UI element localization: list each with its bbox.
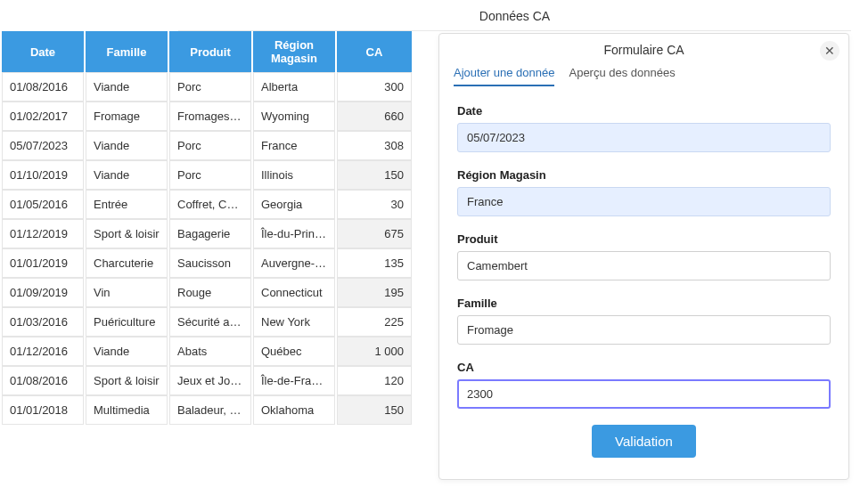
cell-region: Île-de-France	[253, 366, 335, 395]
ca-label: CA	[457, 361, 831, 374]
table-row[interactable]: 01/03/2016PuéricultureSécurité autoNew Y…	[2, 307, 412, 337]
cell-region: Illinois	[253, 160, 335, 190]
cell-ca: 300	[337, 72, 412, 102]
cell-produit: Bagagerie	[169, 219, 251, 248]
cell-region: Oklahoma	[253, 395, 335, 425]
cell-famille: Viande	[86, 337, 168, 366]
cell-region: Auvergne-Rh...	[253, 248, 335, 278]
cell-region: Connecticut	[253, 278, 335, 307]
cell-date: 01/08/2016	[2, 72, 84, 102]
cell-ca: 150	[337, 160, 412, 190]
cell-famille: Charcuterie	[86, 248, 168, 278]
cell-date: 01/03/2016	[2, 307, 84, 337]
cell-famille: Viande	[86, 131, 168, 160]
cell-date: 01/01/2019	[2, 248, 84, 278]
cell-produit: Abats	[169, 337, 251, 366]
cell-region: New York	[253, 307, 335, 337]
col-header-region[interactable]: Région Magasin	[253, 31, 335, 72]
cell-date: 05/07/2023	[2, 131, 84, 160]
cell-date: 01/09/2019	[2, 278, 84, 307]
famille-field[interactable]	[457, 315, 831, 345]
table-row[interactable]: 01/10/2019ViandePorcIllinois150	[2, 160, 412, 190]
form-panel: Formulaire CA ✕ Ajouter une donnée Aperç…	[438, 33, 849, 480]
tab-add-data[interactable]: Ajouter une donnée	[454, 62, 554, 86]
cell-region: Wyoming	[253, 102, 335, 131]
tab-preview-data[interactable]: Aperçu des données	[569, 62, 675, 86]
table-header-row: Date Famille Produit Région Magasin CA	[2, 31, 412, 72]
table-row[interactable]: 01/12/2019Sport & loisirBagagerieÎle-du-…	[2, 219, 412, 248]
date-label: Date	[457, 104, 831, 118]
produit-field[interactable]	[457, 251, 831, 280]
cell-produit: Saucisson	[169, 248, 251, 278]
col-header-ca[interactable]: CA	[337, 31, 412, 72]
cell-produit: Coffret, Corb...	[169, 190, 251, 219]
ca-field[interactable]	[457, 379, 831, 409]
table-row[interactable]: 01/08/2016ViandePorcAlberta300	[2, 72, 412, 102]
cell-region: Île-du-Prince...	[253, 219, 335, 248]
table-row[interactable]: 01/12/2016ViandeAbatsQuébec1 000	[2, 337, 412, 366]
cell-region: France	[253, 131, 335, 160]
cell-produit: Porc	[169, 160, 251, 190]
cell-ca: 225	[337, 307, 412, 337]
cell-produit: Jeux et Jouet	[169, 366, 251, 395]
cell-famille: Vin	[86, 278, 168, 307]
table-row[interactable]: 01/05/2016EntréeCoffret, Corb...Georgia3…	[2, 190, 412, 219]
table-row[interactable]: 01/01/2019CharcuterieSaucissonAuvergne-R…	[2, 248, 412, 278]
cell-region: Georgia	[253, 190, 335, 219]
table-row[interactable]: 01/09/2019VinRougeConnecticut195	[2, 278, 412, 307]
close-icon: ✕	[824, 44, 835, 58]
validation-button[interactable]: Validation	[592, 425, 696, 458]
cell-date: 01/10/2019	[2, 160, 84, 190]
cell-produit: Baladeur, iPod	[169, 395, 251, 425]
cell-famille: Sport & loisir	[86, 219, 168, 248]
cell-ca: 135	[337, 248, 412, 278]
cell-ca: 660	[337, 102, 412, 131]
cell-produit: Fromages de...	[169, 102, 251, 131]
cell-ca: 308	[337, 131, 412, 160]
cell-famille: Fromage	[86, 102, 168, 131]
col-header-date[interactable]: Date	[2, 31, 84, 72]
region-field[interactable]	[457, 187, 831, 216]
cell-date: 01/01/2018	[2, 395, 84, 425]
table-row[interactable]: 01/08/2016Sport & loisirJeux et JouetÎle…	[2, 366, 412, 395]
cell-region: Alberta	[253, 72, 335, 102]
cell-famille: Entrée	[86, 190, 168, 219]
famille-label: Famille	[457, 297, 831, 310]
date-field[interactable]	[457, 123, 831, 152]
col-header-famille[interactable]: Famille	[86, 31, 168, 72]
produit-label: Produit	[457, 232, 831, 246]
cell-ca: 30	[337, 190, 412, 219]
table-row[interactable]: 05/07/2023ViandePorcFrance308	[2, 131, 412, 160]
panel-title: Formulaire CA	[603, 43, 684, 57]
data-table: Date Famille Produit Région Magasin CA 0…	[0, 31, 414, 425]
page-title: Données CA	[178, 0, 851, 31]
cell-produit: Sécurité auto	[169, 307, 251, 337]
cell-ca: 150	[337, 395, 412, 425]
cell-date: 01/12/2016	[2, 337, 84, 366]
cell-produit: Porc	[169, 131, 251, 160]
cell-famille: Sport & loisir	[86, 366, 168, 395]
cell-famille: Viande	[86, 72, 168, 102]
close-button[interactable]: ✕	[820, 41, 840, 61]
cell-ca: 195	[337, 278, 412, 307]
cell-date: 01/02/2017	[2, 102, 84, 131]
cell-ca: 675	[337, 219, 412, 248]
cell-famille: Multimedia	[86, 395, 168, 425]
cell-date: 01/05/2016	[2, 190, 84, 219]
region-label: Région Magasin	[457, 168, 831, 182]
col-header-produit[interactable]: Produit	[169, 31, 251, 72]
table-row[interactable]: 01/01/2018MultimediaBaladeur, iPodOklaho…	[2, 395, 412, 425]
table-row[interactable]: 01/02/2017FromageFromages de...Wyoming66…	[2, 102, 412, 131]
cell-famille: Viande	[86, 160, 168, 190]
cell-famille: Puériculture	[86, 307, 168, 337]
cell-ca: 1 000	[337, 337, 412, 366]
cell-produit: Porc	[169, 72, 251, 102]
cell-date: 01/12/2019	[2, 219, 84, 248]
cell-produit: Rouge	[169, 278, 251, 307]
cell-date: 01/08/2016	[2, 366, 84, 395]
cell-region: Québec	[253, 337, 335, 366]
cell-ca: 120	[337, 366, 412, 395]
